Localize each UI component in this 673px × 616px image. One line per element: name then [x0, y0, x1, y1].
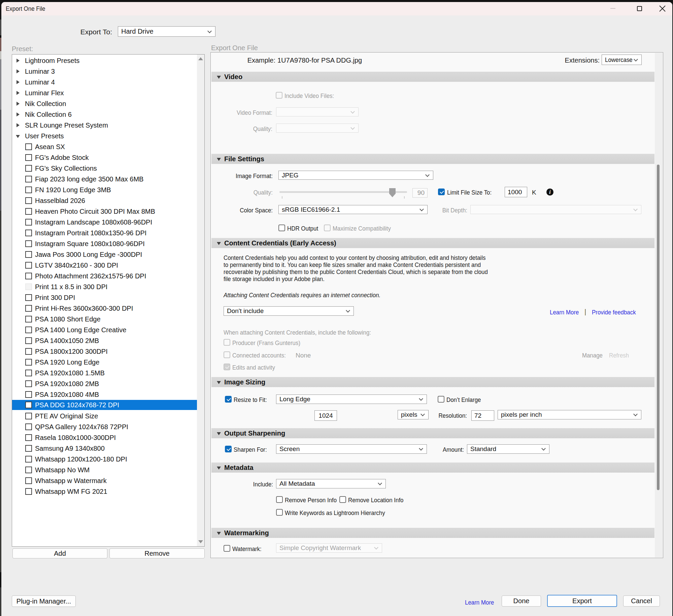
- preset-item-row[interactable]: Whatsapp 1200x1200-180 DPI: [12, 454, 197, 465]
- content-credentials-dropdown[interactable]: Don't include: [224, 306, 354, 316]
- preset-list-scrollbar[interactable]: [197, 55, 204, 546]
- preset-item-row[interactable]: LGTV 3840x2160 - 300 DPI: [12, 260, 197, 271]
- preset-group-row[interactable]: Luminar 3: [12, 66, 197, 77]
- size-unit-dropdown[interactable]: pixels: [398, 410, 429, 419]
- preset-item-row[interactable]: PSA 1920x1080 4MB: [12, 389, 197, 400]
- scroll-up-icon[interactable]: [198, 57, 203, 60]
- include-video-files-checkbox[interactable]: [276, 92, 282, 99]
- preset-item-row[interactable]: PTE AV Original Size: [12, 411, 197, 421]
- preset-checkbox[interactable]: [25, 434, 32, 441]
- producer-checkbox[interactable]: [224, 339, 230, 346]
- preset-checkbox[interactable]: [25, 294, 32, 301]
- preset-item-row[interactable]: FG's Adobe Stock: [12, 152, 197, 163]
- dont-enlarge-checkbox[interactable]: [438, 396, 444, 403]
- section-content-credentials[interactable]: Content Credentials (Early Access): [211, 238, 654, 248]
- cancel-button[interactable]: Cancel: [623, 595, 660, 607]
- section-video[interactable]: Video: [211, 72, 654, 82]
- preset-item-row[interactable]: Hasselblad 2026: [12, 195, 197, 206]
- preset-group-row[interactable]: User Presets: [12, 131, 197, 141]
- collapsed-triangle-icon[interactable]: [16, 112, 20, 116]
- preset-item-row[interactable]: Jawa Pos 3000 Long Edge -300DPI: [12, 249, 197, 260]
- preset-checkbox[interactable]: [25, 230, 32, 236]
- minimize-button[interactable]: [608, 5, 618, 12]
- quality-slider-track[interactable]: [279, 191, 407, 193]
- preset-checkbox[interactable]: [25, 186, 32, 193]
- done-button[interactable]: Done: [502, 595, 541, 607]
- collapsed-triangle-icon[interactable]: [16, 102, 20, 106]
- preset-item-row[interactable]: Fiap 2023 long edge 3500 Max 6MB: [12, 174, 197, 184]
- preset-checkbox[interactable]: [25, 327, 32, 333]
- edits-and-activity-checkbox[interactable]: [224, 364, 230, 370]
- preset-checkbox[interactable]: [25, 370, 32, 376]
- preset-group-row[interactable]: Lightroom Presets: [12, 55, 197, 66]
- preset-checkbox[interactable]: [25, 273, 32, 279]
- preset-checkbox[interactable]: [25, 316, 32, 322]
- preset-checkbox[interactable]: [25, 283, 32, 290]
- preset-item-row[interactable]: FN 1920 Long Edge 3MB: [12, 184, 197, 195]
- resolution-unit-dropdown[interactable]: pixels per inch: [498, 410, 641, 419]
- preset-checkbox[interactable]: [25, 456, 32, 463]
- scroll-down-icon[interactable]: [198, 540, 203, 543]
- resize-to-fit-checkbox[interactable]: [225, 396, 232, 403]
- preset-item-row[interactable]: PSA 1800x1200 300DPI: [12, 346, 197, 357]
- add-button[interactable]: Add: [12, 548, 107, 558]
- preset-item-row[interactable]: Whatsapp No WM: [12, 465, 197, 475]
- remove-person-info-checkbox[interactable]: [276, 496, 283, 503]
- preset-group-row[interactable]: SLR Lounge Preset System: [12, 120, 197, 131]
- collapsed-triangle-icon[interactable]: [16, 123, 20, 127]
- preset-item-row[interactable]: Whatsapp WM FG 2021: [12, 486, 197, 497]
- preset-checkbox[interactable]: [25, 305, 32, 312]
- preset-checkbox[interactable]: [25, 154, 32, 161]
- sharpen-for-dropdown[interactable]: Screen: [276, 444, 427, 454]
- quality-value-box[interactable]: 90: [412, 188, 428, 198]
- export-button[interactable]: Export: [547, 595, 617, 607]
- preset-item-row[interactable]: PSA DDG 1024x768-72 DPI: [12, 400, 197, 410]
- preset-checkbox[interactable]: [25, 380, 32, 387]
- cc-learn-more-link[interactable]: Learn More: [550, 309, 579, 316]
- preset-item-row[interactable]: FG's Sky Collections: [12, 163, 197, 174]
- preset-item-row[interactable]: PSA 1400x1050 2MB: [12, 335, 197, 346]
- color-space-dropdown[interactable]: sRGB IEC61966-2.1: [278, 205, 428, 214]
- preset-item-row[interactable]: Heaven Photo Circuit 300 DPI Max 8MB: [12, 206, 197, 217]
- plugin-manager-button[interactable]: Plug-in Manager...: [12, 595, 76, 607]
- preset-item-row[interactable]: PSA 1920x1080 1.5MB: [12, 368, 197, 378]
- preset-group-row[interactable]: Nik Collection: [12, 98, 197, 109]
- amount-dropdown[interactable]: Standard: [467, 444, 549, 454]
- preset-item-row[interactable]: PSA 1400 Long Edge Creative: [12, 324, 197, 335]
- resize-to-fit-dropdown[interactable]: Long Edge: [276, 395, 427, 404]
- preset-checkbox[interactable]: [25, 445, 32, 452]
- preset-group-row[interactable]: Luminar Flex: [12, 88, 197, 98]
- resolution-input[interactable]: 72: [471, 410, 494, 421]
- close-button[interactable]: [657, 5, 667, 12]
- preset-item-row[interactable]: Samsung A9 1340x800: [12, 443, 197, 454]
- section-file-settings[interactable]: File Settings: [211, 154, 654, 164]
- limit-file-size-checkbox[interactable]: [438, 189, 445, 195]
- preset-checkbox[interactable]: [25, 477, 32, 484]
- preset-checkbox[interactable]: [25, 262, 32, 269]
- preset-checkbox[interactable]: [25, 337, 32, 344]
- section-image-sizing[interactable]: Image Sizing: [211, 377, 654, 387]
- preset-checkbox[interactable]: [25, 348, 32, 355]
- preset-item-row[interactable]: Whatsapp w Watermark: [12, 475, 197, 486]
- connected-accounts-checkbox[interactable]: [224, 351, 230, 358]
- preset-item-row[interactable]: Print Hi-Res 3600x3600-300 DPI: [12, 303, 197, 314]
- limit-file-size-input[interactable]: 1000: [505, 187, 527, 197]
- preset-group-row[interactable]: Nik Collection 6: [12, 109, 197, 120]
- sharpen-for-checkbox[interactable]: [225, 446, 232, 452]
- metadata-include-dropdown[interactable]: All Metadata: [276, 479, 386, 488]
- watermark-checkbox[interactable]: [224, 545, 230, 552]
- expanded-triangle-icon[interactable]: [16, 135, 20, 138]
- remove-button[interactable]: Remove: [109, 548, 205, 558]
- collapsed-triangle-icon[interactable]: [16, 91, 20, 95]
- preset-group-row[interactable]: Luminar 4: [12, 77, 197, 88]
- preset-checkbox[interactable]: [25, 359, 32, 366]
- manage-link[interactable]: Manage: [573, 352, 603, 359]
- info-icon[interactable]: i: [546, 189, 553, 196]
- preset-item-row[interactable]: Instagram Square 1080x1080-96DPI: [12, 238, 197, 249]
- collapsed-triangle-icon[interactable]: [16, 59, 20, 63]
- preset-checkbox[interactable]: [25, 208, 32, 215]
- preset-checkbox[interactable]: [25, 402, 32, 408]
- image-format-dropdown[interactable]: JPEG: [278, 171, 433, 180]
- preset-item-row[interactable]: Asean SX: [12, 141, 197, 152]
- preset-item-row[interactable]: PSA 1920 Long Edge: [12, 357, 197, 368]
